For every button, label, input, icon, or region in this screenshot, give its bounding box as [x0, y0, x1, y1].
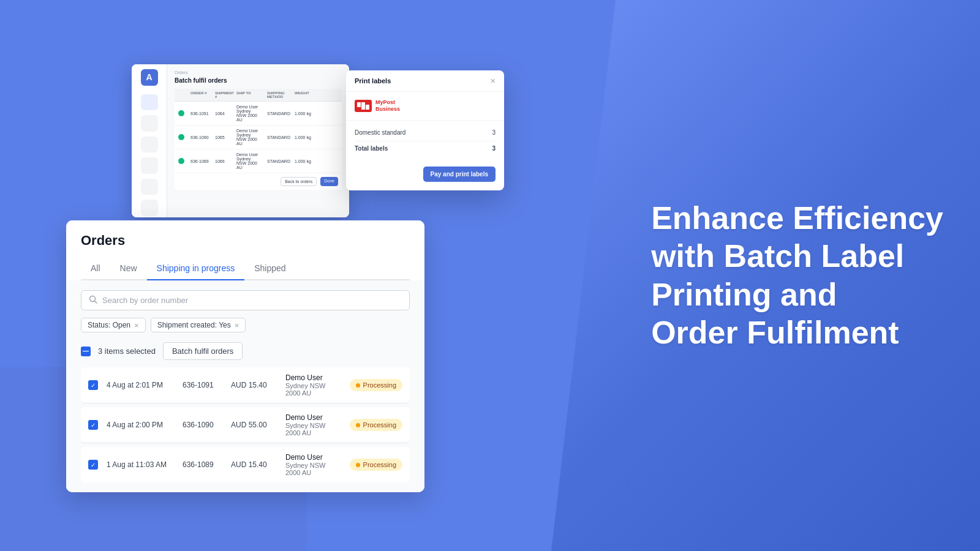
order-number-3: 636-1089	[183, 460, 222, 469]
order-checkbox-2[interactable]: ✓	[88, 420, 98, 430]
sidebar-icon-catalog	[141, 137, 158, 153]
bg-check-icon	[178, 110, 184, 116]
bg-table-row: 636-1089 1066 Demo User Sydney NSW 2000 …	[175, 149, 342, 173]
orders-card: Orders All New Shipping in progress Ship…	[66, 220, 424, 492]
order-row-2[interactable]: ✓ 4 Aug at 2:00 PM 636-1090 AUD 55.00 De…	[81, 407, 410, 443]
domestic-standard-label: Domestic standard	[355, 129, 405, 136]
search-icon	[89, 295, 97, 305]
search-input[interactable]: Search by order number	[102, 296, 188, 305]
bg-table-row: 636-1091 1064 Demo User Sydney NSW 2000 …	[175, 102, 342, 126]
domestic-standard-value: 3	[492, 129, 496, 136]
customer-name-3: Demo User	[285, 453, 341, 462]
bg-col-order: ORDER #	[190, 91, 209, 99]
app-logo: A	[141, 69, 158, 86]
sidebar-icon-home	[141, 94, 158, 111]
status-label-3: Processing	[363, 461, 396, 468]
tab-all[interactable]: All	[81, 258, 110, 280]
status-label-1: Processing	[363, 381, 396, 389]
total-labels-label: Total labels	[355, 145, 388, 152]
bg-table-row: 636-1090 1065 Demo User Sydney NSW 2000 …	[175, 126, 342, 149]
status-badge-3: Processing	[350, 459, 402, 471]
bg-back-btn: Back to orders	[281, 177, 317, 186]
orders-card-title: Orders	[81, 233, 410, 249]
status-dot-2	[356, 423, 360, 427]
order-amount-3: AUD 15.40	[231, 460, 277, 469]
bg-table-header: ORDER # SHIPMENT # SHIP TO SHIPPING METH…	[175, 89, 342, 102]
order-date-1: 4 Aug at 2:01 PM	[107, 381, 174, 389]
modal-logo-area: MyPost Business	[346, 92, 504, 121]
print-labels-modal: Print labels × MyPost Business Domestic …	[346, 70, 504, 190]
bg-table-footer: Back to orders Done	[175, 173, 342, 190]
customer-name-2: Demo User	[285, 413, 341, 422]
sidebar-icon-settings	[141, 200, 158, 216]
filter-status-label: Status: Open	[88, 321, 130, 329]
bg-done-btn: Done	[320, 177, 338, 186]
bg-col-method: SHIPPING METHOD	[267, 91, 288, 99]
status-label-2: Processing	[363, 421, 396, 429]
sidebar-icon-fulfillment	[141, 157, 158, 174]
bg-main-content: Orders Batch fulfil orders ORDER # SHIPM…	[167, 64, 349, 217]
bulk-actions-row: — 3 items selected Batch fulfil orders	[81, 342, 410, 360]
select-all-checkbox[interactable]: —	[81, 347, 91, 356]
customer-address-3: Sydney NSW 2000 AU	[285, 462, 341, 476]
orders-card-body: Search by order number Status: Open × Sh…	[66, 280, 424, 492]
customer-address-1: Sydney NSW 2000 AU	[285, 382, 341, 397]
mypost-logo-text: MyPost Business	[375, 99, 400, 113]
order-date-3: 1 Aug at 11:03 AM	[107, 460, 174, 469]
order-customer-3: Demo User Sydney NSW 2000 AU	[285, 453, 341, 476]
order-amount-1: AUD 15.40	[231, 381, 277, 389]
filter-status-remove[interactable]: ×	[134, 321, 139, 329]
order-customer-1: Demo User Sydney NSW 2000 AU	[285, 373, 341, 397]
modal-domestic-row: Domestic standard 3	[355, 127, 496, 138]
order-checkbox-3[interactable]: ✓	[88, 460, 98, 470]
bg-page-title: Batch fulfil orders	[175, 77, 342, 84]
sidebar-icon-analytics	[141, 179, 158, 195]
filter-shipment-label: Shipment created: Yes	[157, 321, 231, 329]
bg-check-icon	[178, 134, 184, 140]
svg-rect-1	[361, 102, 365, 110]
hero-text: Enhance Efficiency with Batch Label Prin…	[651, 199, 943, 352]
filters-row: Status: Open × Shipment created: Yes ×	[81, 318, 410, 332]
order-row-3[interactable]: ✓ 1 Aug at 11:03 AM 636-1089 AUD 15.40 D…	[81, 447, 410, 482]
mypost-svg	[355, 100, 372, 112]
order-amount-2: AUD 55.00	[231, 421, 277, 429]
customer-address-2: Sydney NSW 2000 AU	[285, 422, 341, 437]
order-list: ✓ 4 Aug at 2:01 PM 636-1091 AUD 15.40 De…	[81, 367, 410, 482]
status-dot-1	[356, 383, 360, 388]
mypost-logo-icon	[355, 100, 372, 112]
tab-shipped[interactable]: Shipped	[244, 258, 295, 280]
status-badge-1: Processing	[350, 379, 402, 391]
bg-col-shipment: SHIPMENT #	[215, 91, 230, 99]
app-sidebar: A	[132, 64, 167, 217]
search-bar[interactable]: Search by order number	[81, 290, 410, 310]
order-row-1[interactable]: ✓ 4 Aug at 2:01 PM 636-1091 AUD 15.40 De…	[81, 367, 410, 403]
svg-line-5	[95, 301, 97, 304]
order-customer-2: Demo User Sydney NSW 2000 AU	[285, 413, 341, 437]
background-app-screenshot: A Orders Batch fulfil orders ORDER # SHI…	[132, 64, 349, 217]
modal-close-button[interactable]: ×	[491, 77, 496, 85]
modal-total-row: Total labels 3	[355, 141, 496, 154]
modal-title: Print labels	[355, 77, 391, 84]
status-badge-2: Processing	[350, 419, 402, 431]
filter-shipment-remove[interactable]: ×	[235, 321, 239, 329]
orders-tabs: All New Shipping in progress Shipped	[81, 258, 410, 280]
order-number-1: 636-1091	[183, 381, 222, 389]
filter-status: Status: Open ×	[81, 318, 146, 332]
order-checkbox-1[interactable]: ✓	[88, 380, 98, 390]
svg-rect-3	[366, 105, 369, 110]
tab-shipping-in-progress[interactable]: Shipping in progress	[147, 258, 245, 280]
modal-body: Domestic standard 3 Total labels 3	[346, 121, 504, 160]
batch-fulfil-button[interactable]: Batch fulfil orders	[163, 342, 243, 360]
order-number-2: 636-1090	[183, 421, 222, 429]
bg-breadcrumb: Orders	[175, 70, 342, 75]
pay-and-print-button[interactable]: Pay and print labels	[423, 167, 496, 182]
total-labels-value: 3	[492, 145, 496, 152]
orders-card-header: Orders All New Shipping in progress Ship…	[66, 220, 424, 280]
customer-name-1: Demo User	[285, 373, 341, 382]
items-selected-label: 3 items selected	[98, 347, 156, 356]
bg-check-icon	[178, 158, 184, 164]
svg-rect-2	[357, 102, 361, 107]
modal-header: Print labels ×	[346, 70, 504, 92]
tab-new[interactable]: New	[110, 258, 147, 280]
bg-col-shipto: SHIP TO	[236, 91, 261, 99]
